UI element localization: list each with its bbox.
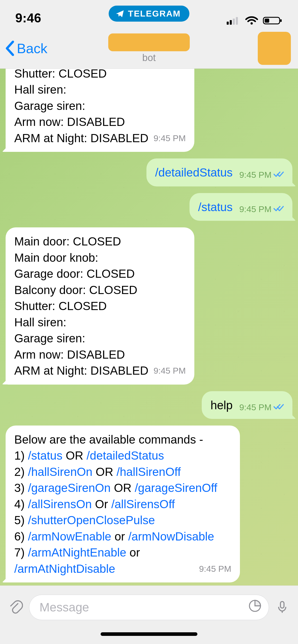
read-checks-icon xyxy=(274,401,284,413)
status-bar: 9:46 TELEGRAM xyxy=(0,0,298,28)
svg-rect-6 xyxy=(280,19,282,22)
command-link[interactable]: /status xyxy=(28,449,63,462)
sticker-button[interactable] xyxy=(248,599,262,615)
message-time: 9:45 PM xyxy=(239,169,284,181)
home-indicator[interactable] xyxy=(101,632,197,636)
back-button[interactable]: Back xyxy=(5,40,47,56)
message-line: Shutter: CLOSED xyxy=(14,69,186,82)
command-link[interactable]: /hallSirenOff xyxy=(116,465,181,478)
telegram-pill[interactable]: TELEGRAM xyxy=(109,6,189,22)
message-outgoing[interactable]: /status 9:45 PM xyxy=(189,193,292,221)
home-indicator-area xyxy=(0,629,298,644)
svg-rect-0 xyxy=(227,22,229,25)
message-outgoing[interactable]: /detailedStatus 9:45 PM xyxy=(146,158,292,186)
message-line: Main door knob: xyxy=(14,250,186,266)
message-line: Garage siren: xyxy=(14,98,186,114)
message-time: 9:45 PM xyxy=(239,203,284,215)
message-text: help xyxy=(210,397,233,413)
status-right xyxy=(227,16,283,25)
svg-rect-3 xyxy=(236,17,238,25)
mic-button[interactable] xyxy=(275,600,289,615)
command-link[interactable]: /status xyxy=(198,199,233,215)
message-time: 9:45 PM xyxy=(239,401,284,413)
message-line: Below are the available commands - xyxy=(14,432,231,448)
message-line: Hall siren: xyxy=(14,314,186,330)
row-index: 6) xyxy=(14,530,28,543)
command-link[interactable]: /armNowDisable xyxy=(128,530,214,543)
svg-rect-7 xyxy=(265,19,269,23)
composer: Message xyxy=(0,586,298,629)
paper-plane-icon xyxy=(115,9,125,18)
read-checks-icon xyxy=(274,169,284,181)
message-line: Arm now: DISABLED xyxy=(14,114,186,130)
message-time: 9:45 PM xyxy=(199,563,231,575)
message-line: Balcony door: CLOSED xyxy=(14,282,186,298)
avatar-redacted xyxy=(258,32,291,65)
svg-rect-2 xyxy=(233,19,235,25)
paperclip-icon xyxy=(9,600,23,614)
svg-rect-1 xyxy=(230,20,232,25)
command-link[interactable]: /hallSirenOn xyxy=(28,465,92,478)
attach-button[interactable] xyxy=(9,600,23,615)
command-link[interactable]: /armAtNightEnable xyxy=(28,546,126,559)
message-line: ARM at Night: DISABLED xyxy=(14,131,148,145)
wifi-icon xyxy=(245,16,258,25)
chat-title-redacted xyxy=(108,33,190,51)
message-incoming[interactable]: Main door: CLOSED Main door knob: Garage… xyxy=(6,227,194,384)
pill-label: TELEGRAM xyxy=(128,9,181,19)
command-link[interactable]: /garageSirenOff xyxy=(135,481,217,494)
message-time: 9:45 PM xyxy=(154,365,186,377)
chat-title-area[interactable]: bot xyxy=(108,33,190,63)
message-line: Arm now: DISABLED xyxy=(14,347,186,363)
message-incoming[interactable]: Shutter: CLOSED Hall siren: Garage siren… xyxy=(6,69,194,152)
sticker-icon xyxy=(248,599,262,612)
chat-avatar[interactable] xyxy=(258,32,291,65)
command-link[interactable]: /allSirensOn xyxy=(28,497,92,511)
command-link[interactable]: /armNowEnable xyxy=(28,530,111,543)
command-link[interactable]: /garageSirenOn xyxy=(28,481,111,494)
command-link[interactable]: /detailedStatus xyxy=(87,449,164,462)
message-line: Hall siren: xyxy=(14,82,186,98)
chat-scroll[interactable]: Shutter: CLOSED Hall siren: Garage siren… xyxy=(0,69,298,586)
row-index: 3) xyxy=(14,481,28,494)
read-checks-icon xyxy=(274,203,284,215)
svg-point-4 xyxy=(251,22,253,25)
microphone-icon xyxy=(275,600,289,614)
message-input[interactable]: Message xyxy=(29,595,269,620)
row-index: 1) xyxy=(14,449,28,462)
row-index: 4) xyxy=(14,497,28,511)
chat-header: Back bot xyxy=(0,28,298,69)
battery-icon xyxy=(263,16,283,25)
row-index: 2) xyxy=(14,465,28,478)
row-index: 7) xyxy=(14,546,28,559)
row-index: 5) xyxy=(14,514,28,527)
cellular-icon xyxy=(227,16,240,25)
back-label: Back xyxy=(17,40,47,56)
message-line: Garage siren: xyxy=(14,330,186,346)
message-outgoing[interactable]: help 9:45 PM xyxy=(202,391,292,419)
message-time: 9:45 PM xyxy=(154,132,186,144)
message-line: Main door: CLOSED xyxy=(14,233,186,250)
placeholder: Message xyxy=(39,600,89,614)
svg-rect-9 xyxy=(280,602,284,608)
chat-subtitle: bot xyxy=(108,52,190,63)
status-time: 9:46 xyxy=(15,11,41,25)
command-link[interactable]: /detailedStatus xyxy=(155,165,233,181)
chevron-left-icon xyxy=(5,40,15,56)
message-line: Shutter: CLOSED xyxy=(14,298,186,314)
message-line: Garage door: CLOSED xyxy=(14,266,186,282)
message-incoming[interactable]: Below are the available commands - 1) /s… xyxy=(6,426,240,582)
message-line: ARM at Night: DISABLED xyxy=(14,364,148,377)
command-link[interactable]: /armAtNightDisable xyxy=(14,562,115,575)
command-link[interactable]: /allSirensOff xyxy=(111,497,175,511)
command-link[interactable]: /shutterOpenClosePulse xyxy=(28,514,155,527)
